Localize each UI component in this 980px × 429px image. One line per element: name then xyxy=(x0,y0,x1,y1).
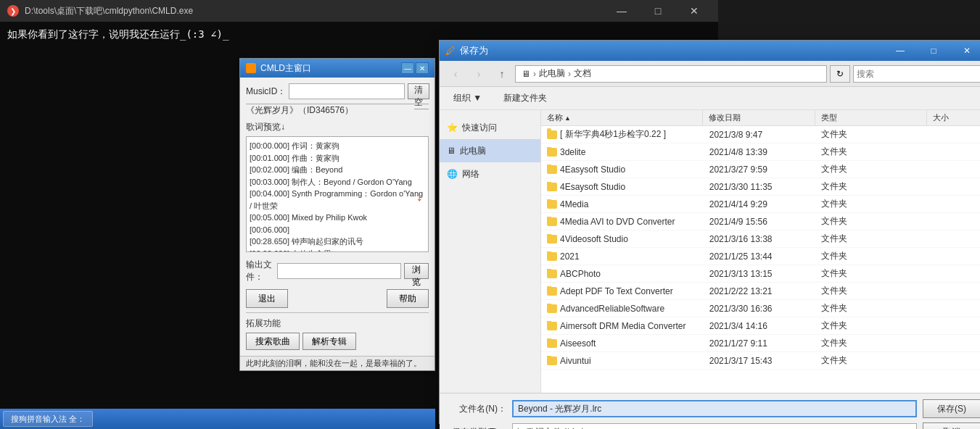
filetype-input[interactable] xyxy=(512,423,917,429)
cmld-main-window: CMLD主窗口 — ✕ MusicID： 清空 《光辉岁月》（ID346576）… xyxy=(239,58,435,371)
file-type-cell: 文件夹 xyxy=(815,180,928,193)
output-input[interactable] xyxy=(277,263,401,279)
new-folder-btn[interactable]: 新建文件夹 xyxy=(495,90,555,107)
table-row[interactable]: Aiseesoft 2021/1/27 9:11 文件夹 xyxy=(541,335,980,352)
save-minimize-btn[interactable]: — xyxy=(884,41,917,61)
save-sidebar: ⭐ 快速访问 🖥 此电脑 🌐 网络 xyxy=(440,110,541,393)
cmld-win-controls: — ✕ xyxy=(401,62,429,74)
table-row[interactable]: AdvancedReliableSoftware 2021/3/30 16:36… xyxy=(541,300,980,317)
file-type-cell: 文件夹 xyxy=(815,337,928,349)
table-row[interactable]: 4Videosoft Studio 2021/3/16 13:38 文件夹 xyxy=(541,230,980,248)
file-name-cell: 4Esaysoft Studio xyxy=(541,182,704,192)
folder-icon xyxy=(547,322,557,330)
sort-arrow-icon: ▲ xyxy=(564,114,571,122)
address-part-computer: 此电脑 xyxy=(539,67,565,80)
filetype-label: 保存类型(T)： xyxy=(448,426,506,430)
table-row[interactable]: 2021 2021/1/25 13:44 文件夹 xyxy=(541,248,980,265)
file-date-cell: 2021/3/4 14:16 xyxy=(704,321,816,331)
help-btn[interactable]: 帮助 xyxy=(387,289,429,308)
file-type-cell: 文件夹 xyxy=(815,163,928,175)
sidebar-item-quickaccess[interactable]: ⭐ 快速访问 xyxy=(440,116,540,139)
file-name-cell: 4Easysoft Studio xyxy=(541,164,704,175)
file-name-cell: Adept PDF To Text Converter xyxy=(541,286,704,296)
folder-icon xyxy=(547,235,557,243)
cmd-close-btn[interactable]: ✕ xyxy=(678,0,711,22)
file-type-cell: 文件夹 xyxy=(815,128,928,141)
filename-row: 文件名(N)： 保存(S) xyxy=(448,399,980,418)
output-label: 输出文件： xyxy=(246,259,274,283)
table-row[interactable]: Adept PDF To Text Converter 2021/2/22 13… xyxy=(541,283,980,300)
taskbar: 搜狗拼音输入法 全： xyxy=(0,409,435,429)
file-type-cell: 文件夹 xyxy=(815,233,928,245)
file-date-cell: 2021/3/30 16:36 xyxy=(704,304,816,314)
table-row[interactable]: 4Media AVI to DVD Converter 2021/4/9 15:… xyxy=(541,213,980,230)
file-name-cell: ABCPhoto xyxy=(541,269,704,279)
cmld-close-win-btn[interactable]: ✕ xyxy=(416,62,429,74)
cmd-controls: — □ ✕ xyxy=(605,0,711,22)
file-list-header: 名称 ▲ 修改日期 类型 大小 xyxy=(541,110,980,126)
network-icon: 🌐 xyxy=(447,169,458,179)
network-label: 网络 xyxy=(462,168,479,180)
lyrics-preview[interactable] xyxy=(246,136,429,252)
save-btn[interactable]: 保存(S) xyxy=(923,399,980,418)
table-row[interactable]: 4Media 2021/4/14 9:29 文件夹 xyxy=(541,196,980,213)
table-row[interactable]: [ 新华字典4秒1步检字0.22 ] 2021/3/8 9:47 文件夹 xyxy=(541,126,980,143)
table-row[interactable]: Aimersoft DRM Media Converter 2021/3/4 1… xyxy=(541,317,980,335)
table-row[interactable]: 4Esaysoft Studio 2021/3/30 11:35 文件夹 xyxy=(541,178,980,196)
cmld-statusbar: 此时此刻的泪啊，能和没在一起，是最幸福的了。 xyxy=(240,356,435,370)
cmld-titlebar: CMLD主窗口 — ✕ xyxy=(240,59,435,78)
cmld-minimize-btn[interactable]: — xyxy=(401,62,414,74)
folder-icon xyxy=(547,130,557,139)
table-row[interactable]: 3delite 2021/4/8 13:39 文件夹 xyxy=(541,143,980,161)
file-name-cell: AdvancedReliableSoftware xyxy=(541,304,704,314)
col-header-type[interactable]: 类型 xyxy=(815,110,928,125)
table-row[interactable]: Aivuntui 2021/3/17 15:43 文件夹 xyxy=(541,352,980,370)
file-name-cell: Aiseesoft xyxy=(541,338,704,349)
file-date-cell: 2021/3/8 9:47 xyxy=(704,130,816,140)
extend-btns: 搜索歌曲 解析专辑 xyxy=(246,333,429,350)
file-date-cell: 2021/3/27 9:59 xyxy=(704,164,816,175)
folder-icon xyxy=(547,148,557,157)
folder-icon xyxy=(547,339,557,348)
col-header-size[interactable]: 大小 xyxy=(927,110,980,125)
table-row[interactable]: ABCPhoto 2021/3/13 13:15 文件夹 xyxy=(541,265,980,283)
file-date-cell: 2021/4/9 15:56 xyxy=(704,217,816,227)
browse-btn[interactable]: 浏览 xyxy=(404,263,429,279)
parse-album-btn[interactable]: 解析专辑 xyxy=(302,333,356,350)
musicid-label: MusicID： xyxy=(246,86,286,98)
musicid-input[interactable] xyxy=(289,83,405,99)
cmd-maximize-btn[interactable]: □ xyxy=(641,0,675,22)
refresh-btn[interactable]: ↻ xyxy=(830,65,850,83)
file-name-cell: 4Media AVI to DVD Converter xyxy=(541,217,704,227)
folder-icon xyxy=(547,200,557,209)
save-close-btn[interactable]: ✕ xyxy=(950,41,980,61)
file-date-cell: 2021/3/13 13:15 xyxy=(704,269,816,279)
cancel-btn[interactable]: 取消 xyxy=(923,422,980,429)
organize-btn[interactable]: 组织 ▼ xyxy=(445,90,490,107)
sidebar-item-thispc[interactable]: 🖥 此电脑 xyxy=(440,139,540,162)
folder-icon xyxy=(547,304,557,313)
cmd-icon: ❯ xyxy=(7,5,19,17)
file-name-cell: 4Media xyxy=(541,199,704,209)
song-info: 《光辉岁月》（ID346576） —— xyxy=(246,104,429,117)
save-content: ⭐ 快速访问 🖥 此电脑 🌐 网络 名称 ▲ 修改日期 xyxy=(440,110,980,393)
col-header-date[interactable]: 修改日期 xyxy=(703,110,815,125)
filename-input[interactable] xyxy=(512,400,917,417)
sidebar-item-network[interactable]: 🌐 网络 xyxy=(440,162,540,186)
nav-forward-btn[interactable]: › xyxy=(469,64,489,84)
search-song-btn[interactable]: 搜索歌曲 xyxy=(246,333,300,350)
table-row[interactable]: 4Easysoft Studio 2021/3/27 9:59 文件夹 xyxy=(541,161,980,178)
search-input[interactable] xyxy=(853,65,980,83)
taskbar-input-method[interactable]: 搜狗拼音输入法 全： xyxy=(3,411,93,427)
save-maximize-btn[interactable]: □ xyxy=(917,41,950,61)
address-path[interactable]: 🖥 › 此电脑 › 文档 xyxy=(515,65,827,83)
output-row: 输出文件： 浏览 xyxy=(246,259,429,283)
cmld-body: MusicID： 清空 《光辉岁月》（ID346576） —— 歌词预览↓ ↓ … xyxy=(240,78,435,356)
cmd-minimize-btn[interactable]: — xyxy=(605,0,638,22)
clear-btn[interactable]: 清空 xyxy=(408,83,429,99)
folder-icon xyxy=(547,217,557,226)
nav-up-btn[interactable]: ↑ xyxy=(492,64,512,84)
nav-back-btn[interactable]: ‹ xyxy=(445,64,466,84)
quit-btn[interactable]: 退出 xyxy=(246,289,288,308)
col-header-name[interactable]: 名称 ▲ xyxy=(541,110,703,125)
